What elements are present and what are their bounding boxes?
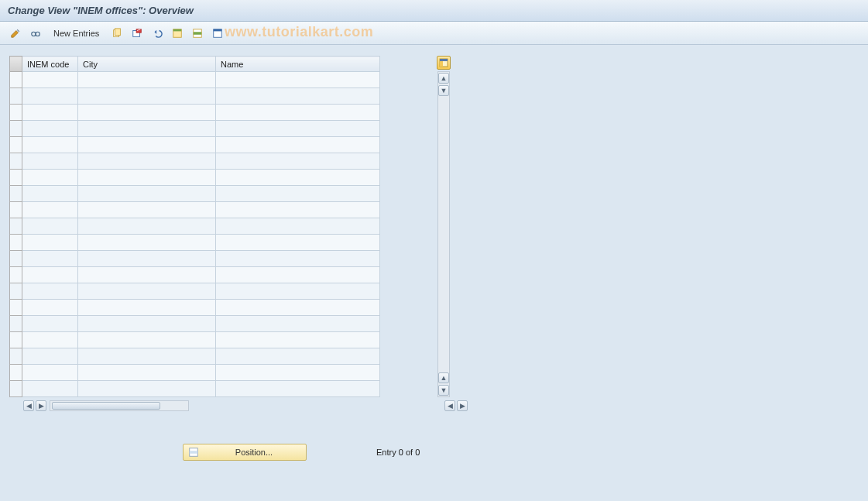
cell[interactable] bbox=[78, 202, 216, 218]
cell[interactable] bbox=[78, 348, 216, 365]
cell[interactable] bbox=[22, 251, 78, 267]
cell[interactable] bbox=[22, 235, 78, 251]
row-selector[interactable] bbox=[10, 283, 22, 300]
cell[interactable] bbox=[216, 348, 380, 365]
cell[interactable] bbox=[216, 202, 380, 218]
cell[interactable] bbox=[78, 137, 216, 153]
cell[interactable] bbox=[22, 153, 78, 170]
scroll-left-first-button[interactable]: ◀ bbox=[23, 400, 34, 411]
cell[interactable] bbox=[22, 300, 78, 316]
cell[interactable] bbox=[216, 88, 380, 105]
cell[interactable] bbox=[22, 316, 78, 332]
cell[interactable] bbox=[216, 137, 380, 153]
row-selector[interactable] bbox=[10, 251, 22, 267]
cell[interactable] bbox=[216, 316, 380, 332]
hscroll-thumb[interactable] bbox=[52, 402, 160, 410]
cell[interactable] bbox=[216, 121, 380, 137]
scroll-right-last-button[interactable]: ▶ bbox=[457, 400, 468, 411]
cell[interactable] bbox=[22, 218, 78, 235]
cell[interactable] bbox=[216, 235, 380, 251]
cell[interactable] bbox=[22, 170, 78, 186]
cell[interactable] bbox=[78, 365, 216, 381]
vertical-scrollbar[interactable]: ▲ ▼ ▲ ▼ bbox=[437, 71, 450, 397]
cell[interactable] bbox=[22, 121, 78, 137]
row-selector[interactable] bbox=[10, 332, 22, 348]
cell[interactable] bbox=[216, 332, 380, 348]
cell[interactable] bbox=[216, 170, 380, 186]
column-header-name[interactable]: Name bbox=[216, 57, 380, 72]
row-selector[interactable] bbox=[10, 365, 22, 381]
cell[interactable] bbox=[216, 365, 380, 381]
deselect-all-button[interactable] bbox=[210, 26, 225, 41]
cell[interactable] bbox=[22, 88, 78, 105]
row-selector[interactable] bbox=[10, 72, 22, 88]
cell[interactable] bbox=[22, 202, 78, 218]
cell[interactable] bbox=[78, 300, 216, 316]
delete-button[interactable] bbox=[129, 26, 145, 41]
select-block-button[interactable] bbox=[190, 26, 205, 41]
row-selector[interactable] bbox=[10, 137, 22, 153]
cell[interactable] bbox=[22, 332, 78, 348]
row-selector[interactable] bbox=[10, 121, 22, 137]
other-view-button[interactable] bbox=[28, 26, 43, 41]
scroll-down-button[interactable]: ▼ bbox=[438, 85, 449, 96]
scroll-up-end-button[interactable]: ▲ bbox=[438, 372, 449, 383]
cell[interactable] bbox=[78, 105, 216, 121]
row-selector[interactable] bbox=[10, 316, 22, 332]
cell[interactable] bbox=[78, 235, 216, 251]
cell[interactable] bbox=[22, 348, 78, 365]
scroll-left-button[interactable]: ▶ bbox=[36, 400, 46, 411]
cell[interactable] bbox=[22, 186, 78, 202]
row-selector[interactable] bbox=[10, 300, 22, 316]
cell[interactable] bbox=[22, 105, 78, 121]
cell[interactable] bbox=[216, 251, 380, 267]
cell[interactable] bbox=[216, 186, 380, 202]
row-selector[interactable] bbox=[10, 218, 22, 235]
cell[interactable] bbox=[22, 72, 78, 88]
cell[interactable] bbox=[78, 251, 216, 267]
row-selector[interactable] bbox=[10, 88, 22, 105]
cell[interactable] bbox=[78, 121, 216, 137]
row-selector[interactable] bbox=[10, 202, 22, 218]
table-settings-button[interactable] bbox=[437, 56, 451, 70]
scroll-down-end-button[interactable]: ▼ bbox=[438, 385, 449, 396]
cell[interactable] bbox=[78, 186, 216, 202]
cell[interactable] bbox=[216, 218, 380, 235]
copy-as-button[interactable] bbox=[109, 26, 125, 41]
row-selector-header[interactable] bbox=[10, 57, 22, 72]
scroll-right-button[interactable]: ◀ bbox=[444, 400, 455, 411]
cell[interactable] bbox=[216, 72, 380, 88]
cell[interactable] bbox=[78, 381, 216, 397]
cell[interactable] bbox=[22, 267, 78, 283]
cell[interactable] bbox=[78, 316, 216, 332]
cell[interactable] bbox=[216, 381, 380, 397]
cell[interactable] bbox=[78, 283, 216, 300]
cell[interactable] bbox=[78, 332, 216, 348]
row-selector[interactable] bbox=[10, 153, 22, 170]
cell[interactable] bbox=[78, 170, 216, 186]
cell[interactable] bbox=[216, 283, 380, 300]
column-header-city[interactable]: City bbox=[78, 57, 216, 72]
row-selector[interactable] bbox=[10, 267, 22, 283]
cell[interactable] bbox=[78, 218, 216, 235]
cell[interactable] bbox=[78, 153, 216, 170]
row-selector[interactable] bbox=[10, 381, 22, 397]
cell[interactable] bbox=[78, 72, 216, 88]
cell[interactable] bbox=[216, 153, 380, 170]
cell[interactable] bbox=[216, 300, 380, 316]
cell[interactable] bbox=[78, 267, 216, 283]
toggle-display-change-button[interactable] bbox=[8, 26, 23, 41]
row-selector[interactable] bbox=[10, 105, 22, 121]
cell[interactable] bbox=[216, 267, 380, 283]
position-button[interactable]: Position... bbox=[183, 444, 307, 461]
cell[interactable] bbox=[22, 283, 78, 300]
cell[interactable] bbox=[216, 105, 380, 121]
hscroll-track[interactable] bbox=[50, 400, 189, 411]
cell[interactable] bbox=[22, 381, 78, 397]
cell[interactable] bbox=[78, 88, 216, 105]
undo-change-button[interactable] bbox=[149, 26, 165, 41]
column-header-inem-code[interactable]: INEM code bbox=[22, 57, 78, 72]
row-selector[interactable] bbox=[10, 348, 22, 365]
cell[interactable] bbox=[22, 137, 78, 153]
scroll-up-button[interactable]: ▲ bbox=[438, 73, 449, 84]
